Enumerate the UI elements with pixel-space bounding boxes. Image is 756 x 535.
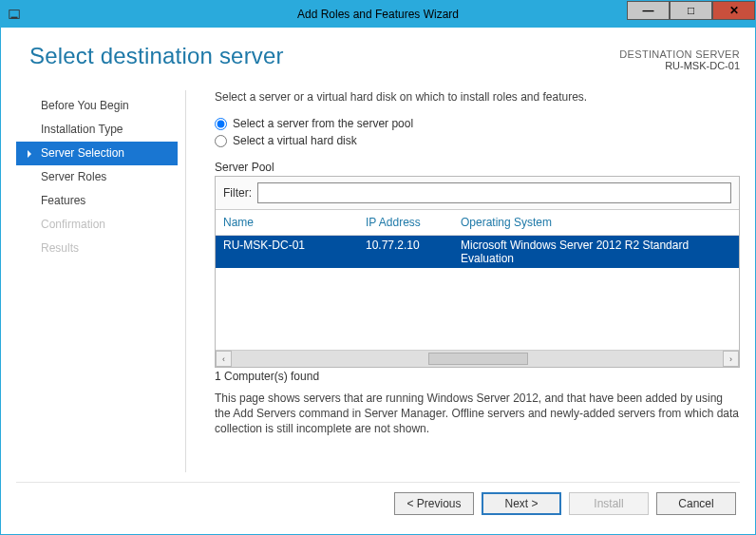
nav-confirmation: Confirmation bbox=[16, 213, 178, 237]
destination-block: DESTINATION SERVER RU-MSK-DC-01 bbox=[619, 43, 740, 71]
nav-installation-type[interactable]: Installation Type bbox=[16, 118, 178, 142]
destination-value: RU-MSK-DC-01 bbox=[619, 60, 740, 71]
header-row: Select destination server DESTINATION SE… bbox=[16, 43, 740, 71]
app-icon bbox=[1, 8, 28, 21]
install-button: Install bbox=[569, 492, 649, 515]
table-header: Name IP Address Operating System bbox=[216, 210, 739, 236]
previous-button[interactable]: < Previous bbox=[394, 492, 474, 515]
destination-label: DESTINATION SERVER bbox=[619, 48, 740, 60]
description-text: This page shows servers that are running… bbox=[215, 391, 740, 437]
col-header-name[interactable]: Name bbox=[223, 216, 366, 229]
page-title: Select destination server bbox=[29, 43, 619, 69]
hscrollbar[interactable]: ‹ › bbox=[216, 350, 739, 367]
window-buttons: — □ ✕ bbox=[627, 1, 755, 28]
nav-features[interactable]: Features bbox=[16, 189, 178, 213]
wizard-window: Add Roles and Features Wizard — □ ✕ Sele… bbox=[0, 0, 756, 535]
svg-rect-1 bbox=[11, 17, 18, 19]
server-pool-label: Server Pool bbox=[215, 161, 740, 174]
cell-os: Microsoft Windows Server 2012 R2 Standar… bbox=[461, 239, 731, 265]
radio-vhd[interactable]: Select a virtual hard disk bbox=[215, 134, 740, 147]
content-area: Select destination server DESTINATION SE… bbox=[1, 28, 755, 534]
cancel-button[interactable]: Cancel bbox=[656, 492, 736, 515]
nav-server-roles[interactable]: Server Roles bbox=[16, 165, 178, 189]
scroll-track[interactable] bbox=[232, 351, 723, 367]
nav-before-you-begin[interactable]: Before You Begin bbox=[16, 94, 178, 118]
cell-name: RU-MSK-DC-01 bbox=[223, 239, 366, 265]
nav-server-selection[interactable]: Server Selection bbox=[16, 142, 178, 165]
close-button[interactable]: ✕ bbox=[712, 1, 755, 20]
button-row: < Previous Next > Install Cancel bbox=[16, 482, 740, 519]
radio-server-pool-label: Select a server from the server pool bbox=[233, 117, 413, 130]
main-panel: Select a server or a virtual hard disk o… bbox=[185, 90, 740, 472]
table-body: RU-MSK-DC-01 10.77.2.10 Microsoft Window… bbox=[216, 236, 739, 350]
server-pool-box: Filter: Name IP Address Operating System… bbox=[215, 176, 740, 368]
radio-vhd-label: Select a virtual hard disk bbox=[233, 134, 357, 147]
next-button[interactable]: Next > bbox=[482, 492, 561, 515]
nav-results: Results bbox=[16, 237, 178, 260]
cell-ip: 10.77.2.10 bbox=[366, 239, 461, 265]
radio-server-pool[interactable]: Select a server from the server pool bbox=[215, 117, 740, 130]
radio-vhd-input[interactable] bbox=[215, 135, 227, 147]
scroll-left-arrow-icon[interactable]: ‹ bbox=[216, 351, 232, 367]
titlebar: Add Roles and Features Wizard — □ ✕ bbox=[1, 1, 755, 28]
table-row[interactable]: RU-MSK-DC-01 10.77.2.10 Microsoft Window… bbox=[216, 236, 739, 268]
minimize-button[interactable]: — bbox=[627, 1, 670, 20]
wizard-nav: Before You Begin Installation Type Serve… bbox=[16, 90, 178, 472]
col-header-os[interactable]: Operating System bbox=[461, 216, 731, 229]
radio-server-pool-input[interactable] bbox=[215, 118, 227, 130]
maximize-button[interactable]: □ bbox=[670, 1, 712, 20]
filter-label: Filter: bbox=[223, 186, 252, 200]
filter-input[interactable] bbox=[257, 182, 731, 203]
scroll-thumb[interactable] bbox=[428, 353, 528, 365]
scroll-right-arrow-icon[interactable]: › bbox=[723, 351, 739, 367]
instruction-text: Select a server or a virtual hard disk o… bbox=[215, 90, 740, 104]
computers-found-text: 1 Computer(s) found bbox=[215, 370, 740, 383]
middle: Before You Begin Installation Type Serve… bbox=[16, 90, 740, 472]
filter-row: Filter: bbox=[216, 177, 739, 210]
col-header-ip[interactable]: IP Address bbox=[366, 216, 461, 229]
